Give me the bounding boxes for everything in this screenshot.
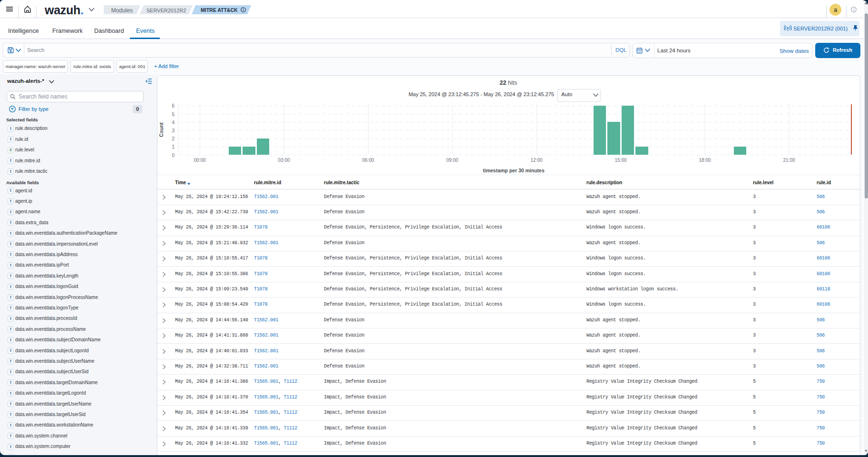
svg-text:?: ? (853, 8, 855, 12)
